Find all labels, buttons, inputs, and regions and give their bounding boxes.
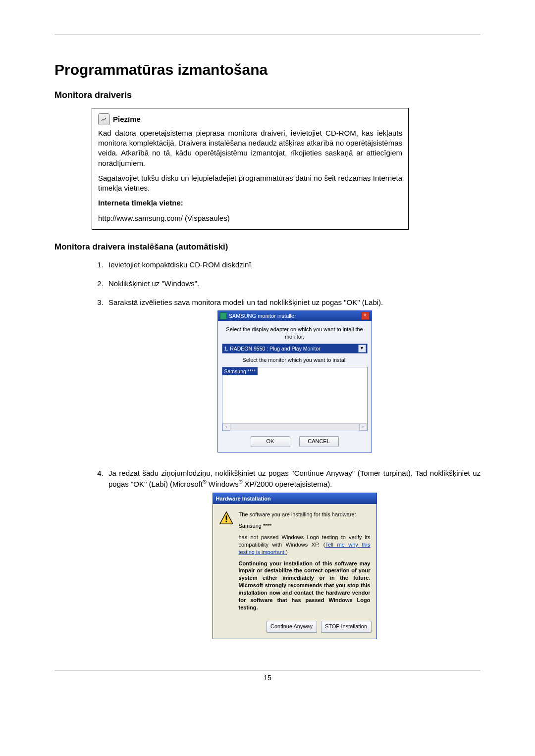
monitor-list-selected-item[interactable]: Samsung ****: [222, 367, 258, 375]
warning-icon: [219, 511, 234, 525]
close-icon[interactable]: ×: [361, 312, 370, 320]
page-number: 15: [54, 673, 481, 683]
warning-line-3: has not passed Windows Logo testing to v…: [239, 534, 371, 556]
scroll-left-icon[interactable]: ‹: [222, 424, 230, 431]
adapter-combo-value: 1. RADEON 9550 : Plug and Play Monitor: [224, 345, 321, 352]
note-header: Piezīme: [98, 113, 402, 125]
section-monitor-driver-heading: Monitora draiveris: [54, 89, 481, 101]
scroll-right-icon[interactable]: ›: [359, 424, 367, 431]
warning-line-3b: ): [286, 549, 288, 555]
warning-button-row: Continue Anyway STOP Installation: [213, 618, 376, 639]
adapter-combo[interactable]: 1. RADEON 9550 : Plug and Play Monitor ▼: [222, 344, 368, 353]
warning-line-2: Samsung ****: [239, 522, 371, 530]
step-3-text: Sarakstā izvēlieties sava monitora model…: [108, 298, 383, 306]
horizontal-scrollbar[interactable]: ‹ ›: [222, 423, 367, 431]
installer-titlebar: SAMSUNG monitor installer ×: [218, 311, 372, 321]
continue-anyway-button[interactable]: Continue Anyway: [267, 621, 317, 633]
note-box: Piezīme Kad datora operētājsistēma piepr…: [92, 108, 409, 230]
installer-button-row: OK CANCEL: [222, 436, 368, 447]
install-steps-list: Ievietojiet kompaktdisku CD-ROM diskdzin…: [92, 260, 481, 655]
step-4-text-c: XP/2000 operētājsistēma).: [242, 480, 332, 488]
step-4: Ja redzat šādu ziņojumlodziņu, noklikšķi…: [106, 468, 481, 655]
figure-hardware-warning: Hardware Installation The software you a…: [213, 493, 377, 640]
stop-installation-button[interactable]: STOP Installation: [321, 621, 372, 633]
section-auto-install-heading: Monitora draivera instalēšana (automātis…: [54, 242, 481, 253]
warning-body: The software you are installing for this…: [213, 504, 376, 618]
note-icon: [98, 113, 110, 125]
top-rule: [54, 35, 481, 35]
warning-text: The software you are installing for this…: [239, 511, 371, 615]
stop-installation-label: TOP Installation: [328, 623, 367, 629]
installer-title: SAMSUNG monitor installer: [229, 312, 296, 320]
note-paragraph-2: Sagatavojiet tukšu disku un lejupielādēj…: [98, 173, 402, 194]
note-label: Piezīme: [113, 114, 141, 124]
warning-bold-text: Continuing your installation of this sof…: [239, 560, 371, 611]
registered-mark-1: ®: [203, 479, 207, 485]
bottom-rule: [54, 670, 481, 670]
step-2: Noklikšķiniet uz "Windows".: [106, 279, 481, 298]
note-website-label: Interneta tīmekļa vietne:: [98, 198, 402, 208]
installer-label-adapter: Select the display adapter on which you …: [222, 326, 368, 341]
note-website-url: http://www.samsung.com/ (Vispasaules): [98, 213, 402, 223]
figure-samsung-installer: SAMSUNG monitor installer × Select the d…: [217, 310, 372, 453]
monitor-listbox[interactable]: Samsung **** ‹ ›: [222, 367, 368, 431]
step-1: Ievietojiet kompaktdisku CD-ROM diskdzin…: [106, 260, 481, 279]
warning-title: Hardware Installation: [216, 495, 271, 503]
installer-label-monitor: Select the monitor which you want to ins…: [222, 356, 368, 364]
cancel-button[interactable]: CANCEL: [299, 436, 339, 447]
ok-button[interactable]: OK: [251, 436, 290, 447]
step-4-text-b: Windows: [207, 480, 239, 488]
installer-app-icon: [220, 312, 227, 319]
note-paragraph-1: Kad datora operētājsistēma pieprasa moni…: [98, 128, 402, 168]
chevron-down-icon[interactable]: ▼: [358, 345, 366, 353]
warning-line-1: The software you are installing for this…: [239, 511, 371, 518]
step-3: Sarakstā izvēlieties sava monitora model…: [106, 298, 481, 468]
installer-body: Select the display adapter on which you …: [218, 321, 372, 452]
page-title: Programmatūras izmantošana: [54, 60, 481, 80]
svg-rect-1: [225, 516, 227, 520]
warning-titlebar: Hardware Installation: [213, 493, 376, 504]
continue-anyway-label: ontinue Anyway: [274, 623, 313, 629]
svg-rect-2: [225, 521, 227, 522]
